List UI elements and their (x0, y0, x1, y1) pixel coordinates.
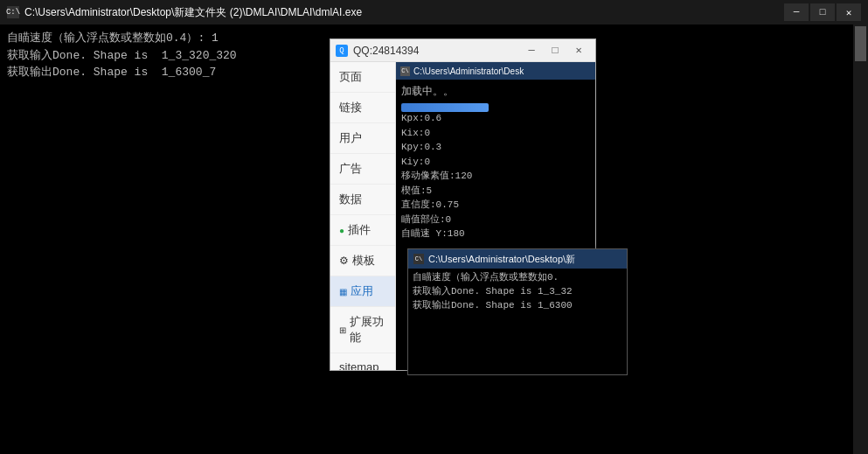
cmd2-line-1: 自瞄速度（输入浮点数或整数如0. (413, 271, 622, 285)
sidebar-item-data[interactable]: 数据 (330, 185, 395, 215)
sidebar-label-plugin: 插件 (348, 222, 371, 238)
main-cmd-close[interactable]: ✕ (837, 3, 861, 21)
cmd2-line-2: 获取输入Done. Shape is 1_3_32 (413, 285, 622, 299)
cmd2-title: C:\Users\Administrator\Desktop\新 (428, 253, 621, 266)
cmd-titlebar2: C\ C:\Users\Administrator\Desktop\新 (408, 249, 627, 269)
qq-app-icon: Q (336, 45, 348, 57)
main-cmd-maximize[interactable]: □ (810, 3, 835, 21)
embed-loading-bar-container (401, 101, 590, 109)
embed-line-5: Kiy:0 (401, 155, 590, 170)
sidebar-label-link: 链接 (339, 100, 362, 115)
qq-maximize[interactable]: □ (544, 43, 566, 59)
embed-line-3: Kix:0 (401, 126, 590, 141)
sidebar-item-link[interactable]: 链接 (330, 93, 395, 123)
qq-minimize[interactable]: ─ (520, 43, 543, 59)
main-cmd-titlebar: C:\ C:\Users\Administrator\Desktop\新建文件夹… (0, 0, 868, 24)
qq-sidebar: 页面 链接 用户 广告 数据 ● 插件 ⚙ 模板 ▦ (330, 62, 396, 370)
main-cmd-scrollbar[interactable] (853, 24, 868, 454)
sidebar-item-user[interactable]: 用户 (330, 123, 395, 154)
gear-icon: ⚙ (339, 255, 349, 267)
qq-title: QQ:24814394 (353, 45, 515, 57)
cmd-window2: C\ C:\Users\Administrator\Desktop\新 自瞄速度… (407, 248, 628, 375)
main-cmd-controls: ─ □ ✕ (784, 3, 861, 21)
cmd2-icon: C\ (413, 254, 424, 264)
cmd2-line-3: 获取输出Done. Shape is 1_6300 (413, 299, 622, 313)
qq-cmd-titlebar: C\ C:\Users\Administrator\Desk (396, 62, 595, 80)
embed-line-0: 加载中。。 (401, 83, 590, 99)
embed-line-2: Kpx:0.6 (401, 111, 590, 126)
sidebar-item-extend[interactable]: ⊞ 扩展功能 (330, 307, 395, 353)
main-cmd-title: C:\Users\Administrator\Desktop\新建文件夹 (2)… (24, 5, 779, 20)
qq-cmd-title: C:\Users\Administrator\Desk (413, 66, 591, 76)
sidebar-item-template[interactable]: ⚙ 模板 (330, 246, 395, 276)
cmd-app-icon: C:\ (7, 6, 19, 18)
sidebar-label-sitemap: sitemap (339, 360, 379, 370)
sidebar-item-ad[interactable]: 广告 (330, 154, 395, 185)
embed-line-10: 自瞄速 Y:180 (401, 227, 590, 241)
sidebar-item-plugin[interactable]: ● 插件 (330, 215, 395, 246)
sidebar-label-user: 用户 (339, 130, 362, 146)
embed-line-7: 楔值:5 (401, 184, 590, 199)
main-cmd-minimize[interactable]: ─ (784, 3, 809, 21)
embed-line-9: 瞄值部位:0 (401, 213, 590, 227)
embed-line-8: 直信度:0.75 (401, 198, 590, 213)
sidebar-label-template: 模板 (352, 253, 375, 269)
cmd2-content: 自瞄速度（输入浮点数或整数如0. 获取输入Done. Shape is 1_3_… (408, 269, 627, 374)
sidebar-label-page: 页面 (339, 69, 362, 85)
embed-line-6: 移动像素值:120 (401, 169, 590, 184)
qq-titlebar: Q QQ:24814394 ─ □ ✕ (330, 39, 595, 62)
qq-close[interactable]: ✕ (567, 43, 590, 59)
sidebar-label-data: 数据 (339, 192, 362, 207)
sidebar-item-sitemap[interactable]: sitemap (330, 353, 395, 370)
embed-line-4: Kpy:0.3 (401, 140, 590, 155)
main-cmd-scrollbar-thumb (855, 26, 866, 61)
sidebar-item-page[interactable]: 页面 (330, 62, 395, 93)
sidebar-label-app: 应用 (351, 283, 373, 299)
qq-cmd-icon: C\ (400, 66, 410, 76)
qq-controls: ─ □ ✕ (520, 43, 590, 59)
sidebar-item-app[interactable]: ▦ 应用 (330, 276, 395, 307)
sidebar-label-ad: 广告 (339, 161, 362, 177)
sidebar-label-extend: 扩展功能 (350, 314, 386, 346)
